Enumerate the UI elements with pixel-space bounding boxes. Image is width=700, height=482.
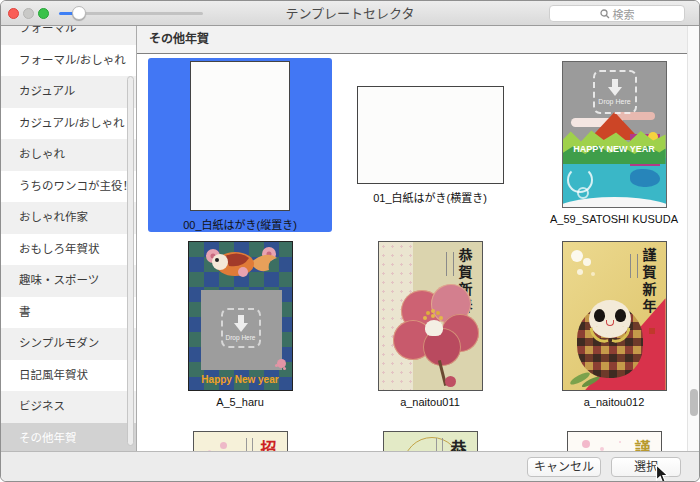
goldfish-illustration [203, 244, 283, 284]
sidebar-item-oshare[interactable]: おしゃれ [1, 139, 136, 171]
template-thumbnail [190, 61, 290, 211]
sidebar-item-sonota-nenga[interactable]: その他年賀 [1, 423, 136, 451]
greeting-lines [446, 252, 454, 276]
sidebar-item-formal[interactable]: フォーマル [1, 26, 136, 45]
dialog-footer: キャンセル 選択 [1, 451, 699, 481]
template-label: A_59_SATOSHI KUSUDA [550, 213, 678, 225]
template-label: A_5_haru [216, 396, 264, 408]
sidebar-item-sho[interactable]: 書 [1, 297, 136, 329]
search-input[interactable]: 検索 [549, 5, 685, 22]
greeting-lines [436, 438, 443, 451]
template-kusuda[interactable]: HAPPY NEW YEAR Drop Here A_59_SATOSHI KU… [522, 58, 687, 232]
greeting-lines [630, 254, 638, 278]
template-thumbnail: 謹 [567, 431, 662, 451]
calligraphy-text: 謹賀新年 [638, 248, 658, 316]
template-selector-window: テンプレートセレクタ 検索 フォーマル フォーマル/おしゃれ カジュアル カジュ… [0, 0, 700, 482]
sidebar-item-simple-modern[interactable]: シンプルモダン [1, 328, 136, 360]
category-sidebar: フォーマル フォーマル/おしゃれ カジュアル カジュアル/おしゃれ おしゃれ う… [1, 26, 137, 451]
template-browser: その他年賀 00_白紙はがき(縦置き) 01_白紙はがき(横置き) [137, 26, 699, 451]
daruma-eye [615, 309, 626, 322]
template-label: a_naitou012 [584, 396, 645, 408]
bud-shape [445, 376, 456, 387]
template-thumbnail: 招 [193, 431, 288, 451]
slider-thumb[interactable] [72, 6, 86, 20]
titlebar: テンプレートセレクタ 検索 [1, 1, 699, 26]
sidebar-scrollbar[interactable] [127, 76, 134, 446]
sidebar-item-business[interactable]: ビジネス [1, 391, 136, 423]
sidebar-item-casual[interactable]: カジュアル [1, 76, 136, 108]
template-thumbnail: 恭賀新春 [378, 241, 483, 391]
sidebar-item-omoshiro[interactable]: おもしろ年賀状 [1, 234, 136, 266]
calligraphy-char: 謹 [634, 435, 650, 451]
template-thumbnail: 恭 [383, 431, 478, 451]
template-blank-landscape[interactable]: 01_白紙はがき(横置き) [338, 58, 522, 232]
headline-text: HAPPY NEW YEAR [563, 144, 666, 154]
template-label: a_naitou011 [400, 396, 460, 408]
headline-text: Happy New year [189, 374, 292, 385]
petal-dots [220, 442, 227, 449]
sidebar-item-wanko[interactable]: うちのワンコが主役！ [1, 171, 136, 203]
template-thumbnail: HAPPY NEW YEAR Drop Here [562, 61, 667, 208]
template-haru[interactable]: Drop Here Happy New year A_5_haru [148, 238, 332, 421]
template-blank-portrait[interactable]: 00_白紙はがき(縦置き) [148, 58, 332, 232]
select-button[interactable]: 選択 [611, 457, 681, 477]
sidebar-item-formal-oshare[interactable]: フォーマル/おしゃれ [1, 45, 136, 77]
template-label: 01_白紙はがき(横置き) [373, 189, 487, 205]
template-thumbnail: 謹賀新年 [562, 241, 667, 391]
category-header: その他年賀 [137, 26, 687, 54]
template-grid: 00_白紙はがき(縦置き) 01_白紙はがき(横置き) [137, 54, 687, 451]
drop-here-text: Drop Here [598, 98, 630, 105]
template-row-partial: 招 恭 謹 [137, 428, 687, 451]
greeting-lines [246, 438, 253, 451]
template-partial-1[interactable]: 招 [148, 428, 332, 451]
down-arrow-icon [612, 79, 618, 87]
template-row: 00_白紙はがき(縦置き) 01_白紙はがき(横置き) [137, 58, 687, 232]
mouse-cursor [655, 464, 670, 482]
main-scrollbar-track[interactable] [687, 26, 699, 451]
template-partial-2[interactable]: 恭 [338, 428, 522, 451]
daruma-nose [606, 320, 614, 326]
calligraphy-char: 恭 [450, 435, 466, 451]
search-icon [600, 9, 610, 19]
daruma-face [589, 300, 631, 338]
template-naitou012[interactable]: 謹賀新年 a_naitou012 [522, 238, 687, 421]
template-label: 00_白紙はがき(縦置き) [183, 216, 297, 232]
search-placeholder: 検索 [613, 6, 635, 22]
daruma-eye [594, 309, 605, 322]
drop-here-text: Drop Here [226, 334, 256, 341]
sidebar-item-casual-oshare[interactable]: カジュアル/おしゃれ [1, 108, 136, 140]
sidebar-item-oshare-sakka[interactable]: おしゃれ作家 [1, 202, 136, 234]
bamboo-leaves [568, 370, 591, 387]
white-flower-shape [571, 250, 583, 262]
red-seal [649, 328, 655, 334]
template-thumbnail [357, 86, 504, 184]
stamen-dots [431, 314, 435, 318]
drop-zone: Drop Here [593, 70, 637, 114]
sidebar-item-shumi-sports[interactable]: 趣味・スポーツ [1, 265, 136, 297]
blossom-dots [582, 440, 590, 448]
wave-swirl-shape [577, 187, 589, 199]
flower-center [425, 320, 443, 336]
down-arrow-icon [238, 315, 244, 323]
splash-shape [630, 169, 660, 187]
category-list: フォーマル フォーマル/おしゃれ カジュアル カジュアル/おしゃれ おしゃれ う… [1, 26, 136, 451]
calligraphy-char: 招 [260, 435, 276, 451]
template-partial-3[interactable]: 謹 [522, 428, 687, 451]
cancel-button[interactable]: キャンセル [527, 457, 601, 477]
main-scrollbar-thumb[interactable] [690, 389, 698, 416]
template-row: Drop Here Happy New year A_5_haru 恭賀新春 [137, 238, 687, 421]
flower-shape [277, 359, 286, 368]
template-naitou011[interactable]: 恭賀新春 a_naitou011 [338, 238, 522, 421]
thumbnail-size-slider[interactable] [59, 12, 203, 15]
template-thumbnail: Drop Here Happy New year [188, 241, 293, 391]
photo-placeholder: Drop Here [201, 290, 282, 370]
drop-zone: Drop Here [221, 308, 261, 348]
sidebar-item-nikki[interactable]: 日記風年賀状 [1, 360, 136, 392]
